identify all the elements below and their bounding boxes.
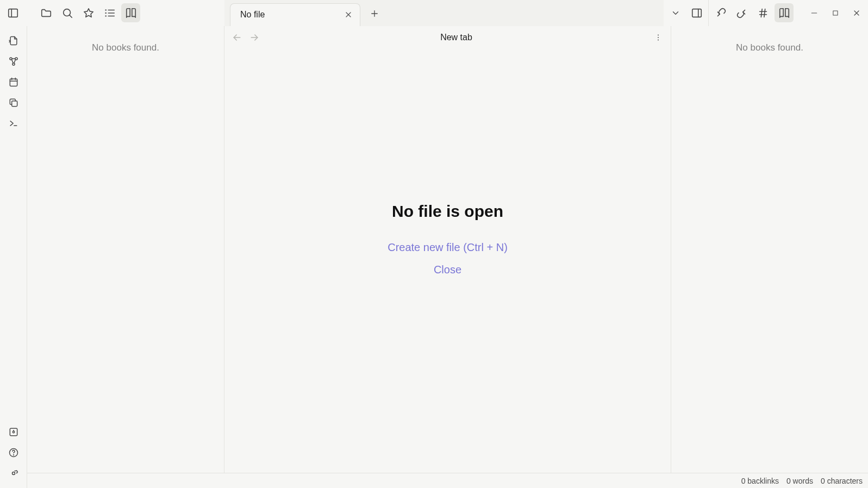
left-panel: No books found. (27, 26, 224, 473)
new-tab-button[interactable] (365, 4, 384, 23)
tags-button[interactable] (753, 3, 772, 22)
status-backlinks[interactable]: 0 backlinks (741, 477, 779, 485)
incoming-links-button[interactable] (711, 3, 730, 22)
help-button[interactable] (5, 445, 22, 461)
tab-nofile[interactable]: No file (230, 3, 360, 26)
svg-point-38 (13, 455, 14, 455)
center-pane: New tab No file is open Create new file … (224, 26, 671, 473)
search-button[interactable] (58, 3, 77, 22)
bookmarks-button[interactable] (79, 3, 98, 22)
titlebar-right-tools (664, 0, 868, 26)
create-new-file-link[interactable]: Create new file (Ctrl + N) (388, 241, 508, 254)
file-plus-icon (8, 35, 19, 46)
graph-icon (8, 56, 19, 67)
close-icon (852, 9, 861, 17)
plus-icon (370, 9, 379, 18)
graph-button[interactable] (5, 53, 22, 70)
svg-rect-15 (692, 9, 701, 17)
svg-point-8 (105, 10, 106, 10)
outgoing-links-button[interactable] (732, 3, 751, 22)
files-button[interactable] (36, 3, 55, 22)
templates-button[interactable] (5, 95, 22, 111)
tab-title: No file (240, 10, 337, 20)
right-panel-empty-msg: No books found. (682, 42, 857, 53)
books-right-button[interactable] (775, 3, 794, 22)
empty-tab-heading: No file is open (392, 202, 503, 221)
book-open-icon (125, 7, 137, 19)
svg-rect-34 (10, 428, 17, 435)
svg-line-19 (761, 9, 762, 17)
outline-button[interactable] (100, 3, 119, 22)
calendar-icon (8, 77, 19, 87)
svg-line-20 (764, 9, 765, 17)
svg-marker-4 (84, 8, 93, 17)
terminal-icon (8, 118, 19, 129)
window-maximize-button[interactable] (826, 3, 845, 22)
search-icon (61, 7, 73, 19)
center-body: No file is open Create new file (Ctrl + … (224, 27, 671, 451)
minimize-icon (810, 9, 819, 17)
svg-point-39 (12, 472, 15, 475)
command-palette-button[interactable] (5, 115, 22, 132)
svg-line-3 (69, 15, 72, 17)
books-left-button[interactable] (121, 3, 140, 22)
right-panel: No books found. (671, 26, 868, 473)
svg-rect-0 (8, 9, 17, 17)
copy-icon (8, 97, 19, 108)
svg-point-9 (105, 12, 106, 13)
link-in-icon (715, 7, 727, 19)
main-row: No books found. New tab (27, 26, 868, 473)
svg-rect-32 (11, 101, 17, 107)
gear-icon (8, 468, 19, 479)
titlebar: No file (0, 0, 868, 26)
tab-close-button[interactable] (342, 9, 354, 21)
window-minimize-button[interactable] (804, 3, 823, 22)
svg-point-10 (105, 16, 106, 16)
close-icon (344, 10, 353, 19)
panel-left-icon (7, 7, 19, 19)
list-icon (104, 7, 116, 19)
quick-switcher-button[interactable] (5, 33, 22, 49)
panel-right-icon (691, 7, 703, 19)
vault-icon (8, 427, 19, 437)
left-rail (0, 26, 27, 488)
status-words[interactable]: 0 words (786, 477, 813, 485)
status-characters[interactable]: 0 characters (821, 477, 863, 485)
folder-icon (40, 7, 52, 19)
tab-strip: No file (224, 0, 664, 26)
book-open-icon (778, 7, 790, 19)
tab-dropdown-button[interactable] (666, 3, 685, 22)
collapse-left-sidebar-button[interactable] (3, 3, 22, 22)
left-panel-empty-msg: No books found. (38, 42, 213, 53)
window-close-button[interactable] (847, 3, 866, 22)
close-tab-link[interactable]: Close (434, 264, 461, 276)
link-out-icon (736, 7, 748, 19)
titlebar-left-tools (0, 0, 224, 26)
chevron-down-icon (671, 8, 680, 18)
separator (708, 0, 709, 26)
svg-rect-28 (10, 79, 17, 86)
help-icon (8, 447, 19, 458)
status-bar: 0 backlinks 0 words 0 characters (27, 473, 868, 488)
star-icon (83, 7, 95, 19)
svg-rect-22 (833, 10, 837, 15)
maximize-icon (832, 9, 839, 17)
calendar-button[interactable] (5, 74, 22, 90)
collapse-right-sidebar-button[interactable] (687, 3, 706, 22)
hash-icon (757, 7, 769, 19)
settings-button[interactable] (5, 465, 22, 481)
vault-button[interactable] (5, 424, 22, 440)
